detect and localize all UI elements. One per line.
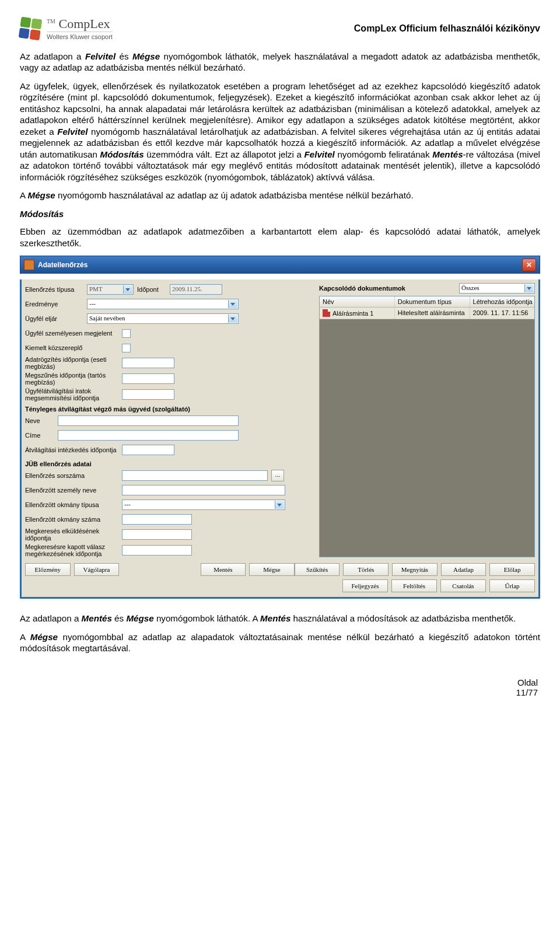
input-cime[interactable] bbox=[58, 430, 239, 441]
col-tipus[interactable]: Dokumentum típus bbox=[395, 296, 470, 307]
input-atvil-intez[interactable] bbox=[122, 445, 174, 455]
label-ell-okmany-szam: Ellenőrzött okmány száma bbox=[25, 516, 118, 523]
input-megkeres-kap[interactable] bbox=[122, 545, 192, 556]
page-header: TM CompLex Wolters Kluwer csoport CompLe… bbox=[20, 16, 540, 40]
label-idopont: Időpont bbox=[137, 286, 166, 293]
label-megkeres-elk: Megkeresés elküldésének időpontja bbox=[25, 528, 118, 542]
label-kiemelt: Kiemelt közszereplő bbox=[25, 344, 118, 351]
dialog-titlebar: Adatellenőrzés ✕ bbox=[20, 256, 540, 274]
select-eredmenye[interactable]: --- bbox=[87, 299, 239, 309]
label-adatrogzites: Adatrögzítés időpontja (eseti megbízás) bbox=[25, 356, 118, 370]
label-cime: Címe bbox=[25, 432, 54, 439]
section-jub: JÜB ellenőrzés adatai bbox=[25, 460, 317, 467]
logo-icon bbox=[19, 16, 43, 40]
checkbox-kiemelt[interactable] bbox=[122, 344, 131, 352]
paragraph-6: A Mégse nyomógombbal az adatlap az alapa… bbox=[20, 631, 540, 654]
label-megsemmisites: Ügyfélátvilágítási iratok megsemmisítési… bbox=[25, 387, 118, 401]
feltoltes-button[interactable]: Feltöltés bbox=[391, 579, 437, 592]
vagolap-button[interactable]: Vágólapra bbox=[74, 563, 120, 576]
brand-logo: TM CompLex Wolters Kluwer csoport bbox=[20, 16, 113, 40]
label-atvil-intez: Átvilágítási intézkedés időpontja bbox=[25, 446, 118, 453]
lookup-button[interactable]: ... bbox=[271, 470, 284, 481]
label-megszunes: Megszűnés időpontja (tartós megbízás) bbox=[25, 372, 118, 386]
select-ell-okmany-tipus[interactable]: --- bbox=[122, 500, 285, 510]
paragraph-4: Ebben az üzemmódban az adatlapok adatmez… bbox=[20, 226, 540, 249]
torles-button[interactable]: Törlés bbox=[343, 563, 388, 576]
input-megszunes[interactable] bbox=[122, 373, 174, 384]
label-ell-szemely: Ellenőrzött személy neve bbox=[25, 487, 118, 494]
paragraph-2: Az ügyfelek, ügyek, ellenőrzések és nyil… bbox=[20, 81, 540, 183]
label-eredmenye: Eredménye bbox=[25, 301, 83, 308]
label-megkeres-kap: Megkeresésre kapott válasz megérkezéséne… bbox=[25, 543, 118, 557]
label-szemelyesen: Ügyfél személyesen megjelent bbox=[25, 330, 118, 337]
szukites-button[interactable]: Szűkítés bbox=[295, 563, 340, 576]
input-megkeres-elk[interactable] bbox=[122, 529, 192, 540]
paragraph-1: Az adatlapon a Felvitel és Mégse nyomógo… bbox=[20, 51, 540, 74]
elolap-button[interactable]: Előlap bbox=[489, 563, 535, 576]
input-adatrogzites[interactable] bbox=[122, 358, 174, 368]
label-kapcsolodo-dok: Kapcsolódó dokumentumok bbox=[319, 285, 405, 292]
urlap-button[interactable]: Űrlap bbox=[489, 579, 535, 592]
col-letrehozas[interactable]: Létrehozás időpontja bbox=[470, 296, 534, 307]
checkbox-szemelyesen[interactable] bbox=[122, 329, 131, 338]
elozmeny-button[interactable]: Előzmény bbox=[25, 563, 71, 576]
document-title: CompLex Officium felhasználói kézikönyv bbox=[354, 23, 540, 34]
dialog-title: Adatellenőrzés bbox=[38, 261, 88, 269]
input-megsemmisites[interactable] bbox=[122, 389, 174, 400]
table-row[interactable]: Aláírásminta 1 Hitelesített aláírásminta… bbox=[320, 308, 534, 319]
brand-name: TM CompLex bbox=[47, 16, 113, 32]
app-icon bbox=[24, 260, 34, 270]
page-footer: Oldal 11/77 bbox=[20, 677, 540, 697]
input-neve[interactable] bbox=[58, 415, 239, 426]
label-ell-sorszam: Ellenőrzés sorszáma bbox=[25, 472, 118, 479]
paragraph-5: Az adatlapon a Mentés és Mégse nyomógomb… bbox=[20, 613, 540, 624]
input-ell-sorszam[interactable] bbox=[122, 470, 268, 481]
section-tenyleges: Tényleges átvilágítást végző más ügyvéd … bbox=[25, 406, 317, 413]
label-ugyfel-eljar: Ügyfél eljár bbox=[25, 315, 83, 322]
input-ell-szemely[interactable] bbox=[122, 485, 285, 495]
col-nev[interactable]: Név bbox=[320, 296, 395, 307]
heading-modositas: Módosítás bbox=[20, 209, 540, 219]
input-idopont[interactable]: 2009.11.25. bbox=[170, 284, 222, 295]
adatlap-button[interactable]: Adatlap bbox=[441, 563, 487, 576]
input-ell-okmany-szam[interactable] bbox=[122, 514, 192, 525]
megse-button[interactable]: Mégse bbox=[249, 563, 295, 576]
brand-subtitle: Wolters Kluwer csoport bbox=[47, 32, 113, 40]
close-button[interactable]: ✕ bbox=[522, 259, 536, 271]
select-ellenorzes-tipusa[interactable]: PMT bbox=[87, 284, 134, 295]
label-neve: Neve bbox=[25, 417, 54, 424]
paragraph-3: A Mégse nyomógomb használatával az adatl… bbox=[20, 190, 540, 201]
select-ugyfel-eljar[interactable]: Saját nevében bbox=[87, 313, 239, 324]
megnyitas-button[interactable]: Megnyitás bbox=[392, 563, 438, 576]
label-ellenorzes-tipusa: Ellenőrzés típusa bbox=[25, 286, 83, 293]
dialog-screenshot: Adatellenőrzés ✕ Ellenőrzés típusa PMT I… bbox=[20, 256, 540, 599]
select-doc-filter[interactable]: Összes bbox=[459, 283, 535, 294]
feljegyzes-button[interactable]: Feljegyzés bbox=[342, 579, 388, 592]
csatolas-button[interactable]: Csatolás bbox=[440, 579, 486, 592]
documents-grid: Név Dokumentum típus Létrehozás időpontj… bbox=[319, 296, 535, 557]
pdf-icon bbox=[323, 309, 330, 317]
label-ell-okmany-tipus: Ellenőrzött okmány típusa bbox=[25, 501, 118, 508]
mentes-button[interactable]: Mentés bbox=[201, 563, 246, 576]
